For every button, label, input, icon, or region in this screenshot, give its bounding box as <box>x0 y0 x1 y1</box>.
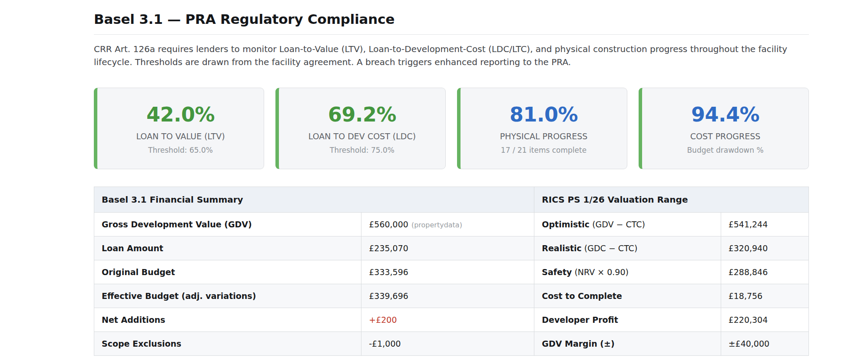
valuation-label-bold: Cost to Complete <box>542 291 622 301</box>
table-row: Effective Budget (adj. variations) £339,… <box>94 284 809 308</box>
table-row: Loan Amount £235,070 Realistic(GDC − CTC… <box>94 236 809 260</box>
metric-label: Loan Amount <box>94 236 361 260</box>
metric-label: Effective Budget (adj. variations) <box>94 284 361 308</box>
metric-value: £560,000 <box>369 220 408 229</box>
valuation-label-cell: GDV Margin (±) <box>534 332 721 356</box>
header-financial-summary: Basel 3.1 Financial Summary <box>94 187 534 213</box>
intro-paragraph: CRR Art. 126a requires lenders to monito… <box>94 43 809 69</box>
metric-value: £339,696 <box>369 291 408 301</box>
kpi-sub: Threshold: 65.0% <box>148 146 213 154</box>
table-body: Gross Development Value (GDV) £560,000(p… <box>94 213 809 356</box>
kpi-cards: 42.0% LOAN TO VALUE (LTV) Threshold: 65.… <box>94 88 809 169</box>
valuation-label-cell: Safety(NRV × 0.90) <box>534 260 721 284</box>
valuation-value: £320,940 <box>721 236 808 260</box>
metric-label: Original Budget <box>94 260 361 284</box>
metric-value-cell: -£1,000 <box>361 332 534 356</box>
valuation-label-cell: Realistic(GDC − CTC) <box>534 236 721 260</box>
table-row: Gross Development Value (GDV) £560,000(p… <box>94 213 809 236</box>
valuation-value: £541,244 <box>721 213 808 236</box>
valuation-value: ±£40,000 <box>721 332 808 356</box>
table-row: Scope Exclusions -£1,000 GDV Margin (±) … <box>94 332 809 356</box>
valuation-value: £220,304 <box>721 308 808 332</box>
kpi-value: 81.0% <box>510 103 578 126</box>
kpi-sub: 17 / 21 items complete <box>501 146 586 154</box>
metric-label: Scope Exclusions <box>94 332 361 356</box>
table-header-row: Basel 3.1 Financial Summary RICS PS 1/26… <box>94 187 809 213</box>
kpi-sub: Budget drawdown % <box>687 146 763 154</box>
kpi-sub: Threshold: 75.0% <box>330 146 394 154</box>
valuation-label-bold: Optimistic <box>542 220 590 229</box>
kpi-card: 81.0% PHYSICAL PROGRESS 17 / 21 items co… <box>457 88 627 169</box>
metric-value: £235,070 <box>369 243 408 253</box>
metric-value-cell: £339,696 <box>361 284 534 308</box>
metric-value-cell: £560,000(propertydata) <box>361 213 534 236</box>
metric-value-note: (propertydata) <box>411 221 462 229</box>
metric-value: +£200 <box>369 315 397 325</box>
kpi-value: 42.0% <box>146 103 215 126</box>
valuation-label-bold: GDV Margin (±) <box>542 339 614 348</box>
kpi-card: 69.2% LOAN TO DEV COST (LDC) Threshold: … <box>275 88 446 169</box>
header-valuation-range: RICS PS 1/26 Valuation Range <box>534 187 809 213</box>
valuation-label-normal: (NRV × 0.90) <box>574 267 629 277</box>
kpi-label: PHYSICAL PROGRESS <box>500 131 588 141</box>
valuation-label-normal: (GDV − CTC) <box>592 220 645 229</box>
kpi-value: 69.2% <box>328 103 396 126</box>
metric-label: Gross Development Value (GDV) <box>94 213 361 236</box>
valuation-label-bold: Safety <box>542 267 572 277</box>
valuation-value: £18,756 <box>721 284 808 308</box>
table-row: Original Budget £333,596 Safety(NRV × 0.… <box>94 260 809 284</box>
kpi-label: LOAN TO DEV COST (LDC) <box>308 131 416 141</box>
metric-value-cell: £333,596 <box>361 260 534 284</box>
page-container: Basel 3.1 — PRA Regulatory Compliance CR… <box>94 0 809 356</box>
valuation-label-normal: (GDC − CTC) <box>584 243 637 253</box>
kpi-card: 94.4% COST PROGRESS Budget drawdown % <box>639 88 809 169</box>
valuation-label-cell: Optimistic(GDV − CTC) <box>534 213 721 236</box>
metric-value-cell: +£200 <box>361 308 534 332</box>
kpi-card: 42.0% LOAN TO VALUE (LTV) Threshold: 65.… <box>94 88 264 169</box>
metric-value-cell: £235,070 <box>361 236 534 260</box>
valuation-label-cell: Developer Profit <box>534 308 721 332</box>
kpi-label: COST PROGRESS <box>690 131 761 141</box>
metric-label: Net Additions <box>94 308 361 332</box>
metric-value: -£1,000 <box>369 339 401 348</box>
kpi-label: LOAN TO VALUE (LTV) <box>136 131 225 141</box>
table-row: Net Additions +£200 Developer Profit £22… <box>94 308 809 332</box>
page-title: Basel 3.1 — PRA Regulatory Compliance <box>94 11 809 35</box>
metric-value: £333,596 <box>369 267 408 277</box>
kpi-value: 94.4% <box>691 103 759 126</box>
valuation-label-bold: Realistic <box>542 243 582 253</box>
financial-table: Basel 3.1 Financial Summary RICS PS 1/26… <box>94 187 809 356</box>
valuation-label-bold: Developer Profit <box>542 315 618 325</box>
valuation-label-cell: Cost to Complete <box>534 284 721 308</box>
valuation-value: £288,846 <box>721 260 808 284</box>
